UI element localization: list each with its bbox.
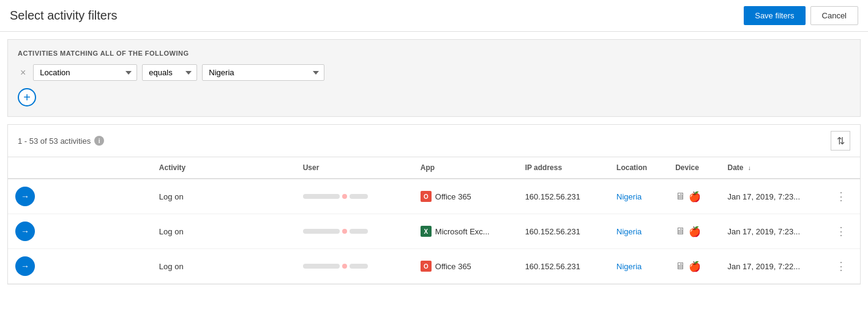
activity-table: Activity User App IP address Location De… <box>8 157 860 284</box>
more-actions-cell: ⋮ <box>825 249 860 284</box>
table-row: →Log onXMicrosoft Exc...160.152.56.231Ni… <box>8 214 860 249</box>
user-cell <box>296 179 413 214</box>
location-cell: Nigeria <box>609 214 668 249</box>
app-cell: XMicrosoft Exc... <box>413 214 518 249</box>
th-activity-icon <box>8 157 152 179</box>
page-header: Select activity filters Save filters Can… <box>0 0 868 32</box>
th-date[interactable]: Date ↓ <box>720 157 825 179</box>
filter-section: ACTIVITIES MATCHING ALL OF THE FOLLOWING… <box>7 39 861 117</box>
activity-icon-cell: → <box>8 249 152 284</box>
user-avatar-dot <box>342 264 347 269</box>
device-icons: 🖥🍎 <box>675 191 713 203</box>
ip-cell: 160.152.56.231 <box>518 249 609 284</box>
th-app[interactable]: App <box>413 157 518 179</box>
device-cell: 🖥🍎 <box>668 179 720 214</box>
user-detail-bar <box>350 194 368 199</box>
monitor-icon: 🖥 <box>675 261 685 272</box>
results-section: 1 - 53 of 53 activities i ⇅ Activity Use… <box>7 124 861 285</box>
more-actions-button[interactable]: ⋮ <box>832 258 850 274</box>
o365-icon: O <box>421 191 432 202</box>
app-name: Office 365 <box>435 262 471 271</box>
th-ip-address[interactable]: IP address <box>518 157 609 179</box>
columns-icon: ⇅ <box>837 135 845 147</box>
columns-button[interactable]: ⇅ <box>831 131 850 151</box>
ip-cell: 160.152.56.231 <box>518 179 609 214</box>
location-cell: Nigeria <box>609 179 668 214</box>
filter-row: × Location equals Nigeria <box>18 64 850 81</box>
add-filter-icon: + <box>23 91 31 103</box>
th-user[interactable]: User <box>296 157 413 179</box>
results-summary-text: 1 - 53 of 53 activities <box>18 136 91 146</box>
app-name: Office 365 <box>435 192 471 201</box>
device-cell: 🖥🍎 <box>668 214 720 249</box>
more-actions-cell: ⋮ <box>825 214 860 249</box>
date-cell: Jan 17, 2019, 7:23... <box>720 214 825 249</box>
user-cell <box>296 249 413 284</box>
device-icons: 🖥🍎 <box>675 261 713 272</box>
filter-operator-select[interactable]: equals <box>142 64 197 81</box>
results-count: 1 - 53 of 53 activities i <box>18 136 104 146</box>
table-row: →Log onOOffice 365160.152.56.231Nigeria🖥… <box>8 249 860 284</box>
activity-cell: Log on <box>152 249 296 284</box>
apple-icon: 🍎 <box>689 226 701 237</box>
monitor-icon: 🖥 <box>675 226 685 237</box>
remove-filter-button[interactable]: × <box>18 67 28 79</box>
user-avatar-dot <box>342 194 347 199</box>
activity-icon-cell: → <box>8 214 152 249</box>
activity-icon-cell: → <box>8 179 152 214</box>
more-actions-button[interactable]: ⋮ <box>832 223 850 239</box>
user-avatar-dot <box>342 229 347 234</box>
info-icon: i <box>94 136 104 146</box>
logon-icon: → <box>15 256 35 276</box>
th-location[interactable]: Location <box>609 157 668 179</box>
monitor-icon: 🖥 <box>675 191 685 202</box>
location-link[interactable]: Nigeria <box>616 227 642 236</box>
results-header: 1 - 53 of 53 activities i ⇅ <box>8 125 860 157</box>
add-filter-button[interactable]: + <box>18 88 36 106</box>
page-title: Select activity filters <box>10 9 118 23</box>
user-placeholder <box>303 264 406 269</box>
location-link[interactable]: Nigeria <box>616 262 642 271</box>
user-name-bar <box>303 194 340 199</box>
user-cell <box>296 214 413 249</box>
activity-cell: Log on <box>152 214 296 249</box>
device-icons: 🖥🍎 <box>675 226 713 237</box>
user-placeholder <box>303 194 406 199</box>
filter-field-select[interactable]: Location <box>33 64 137 81</box>
device-cell: 🖥🍎 <box>668 249 720 284</box>
sort-arrow-icon: ↓ <box>748 165 751 171</box>
header-actions: Save filters Cancel <box>744 6 858 25</box>
apple-icon: 🍎 <box>689 261 701 272</box>
exc-icon: X <box>421 226 432 237</box>
app-cell: OOffice 365 <box>413 179 518 214</box>
date-cell: Jan 17, 2019, 7:22... <box>720 249 825 284</box>
more-actions-cell: ⋮ <box>825 179 860 214</box>
date-cell: Jan 17, 2019, 7:23... <box>720 179 825 214</box>
table-row: →Log onOOffice 365160.152.56.231Nigeria🖥… <box>8 179 860 214</box>
apple-icon: 🍎 <box>689 191 701 203</box>
user-detail-bar <box>350 264 368 269</box>
user-name-bar <box>303 229 340 234</box>
user-detail-bar <box>350 229 368 234</box>
cancel-button[interactable]: Cancel <box>810 6 858 25</box>
app-cell: OOffice 365 <box>413 249 518 284</box>
activity-cell: Log on <box>152 179 296 214</box>
user-placeholder <box>303 229 406 234</box>
app-name: Microsoft Exc... <box>435 227 490 236</box>
table-header-row: Activity User App IP address Location De… <box>8 157 860 179</box>
th-actions <box>825 157 860 179</box>
location-cell: Nigeria <box>609 249 668 284</box>
th-device[interactable]: Device <box>668 157 720 179</box>
logon-icon: → <box>15 222 35 241</box>
th-activity[interactable]: Activity <box>152 157 296 179</box>
save-filters-button[interactable]: Save filters <box>744 6 805 25</box>
logon-icon: → <box>15 187 35 206</box>
filter-section-label: ACTIVITIES MATCHING ALL OF THE FOLLOWING <box>18 50 850 57</box>
more-actions-button[interactable]: ⋮ <box>832 188 850 204</box>
ip-cell: 160.152.56.231 <box>518 214 609 249</box>
filter-value-select[interactable]: Nigeria <box>202 64 324 81</box>
o365-icon: O <box>421 261 432 272</box>
location-link[interactable]: Nigeria <box>616 192 642 201</box>
user-name-bar <box>303 264 340 269</box>
